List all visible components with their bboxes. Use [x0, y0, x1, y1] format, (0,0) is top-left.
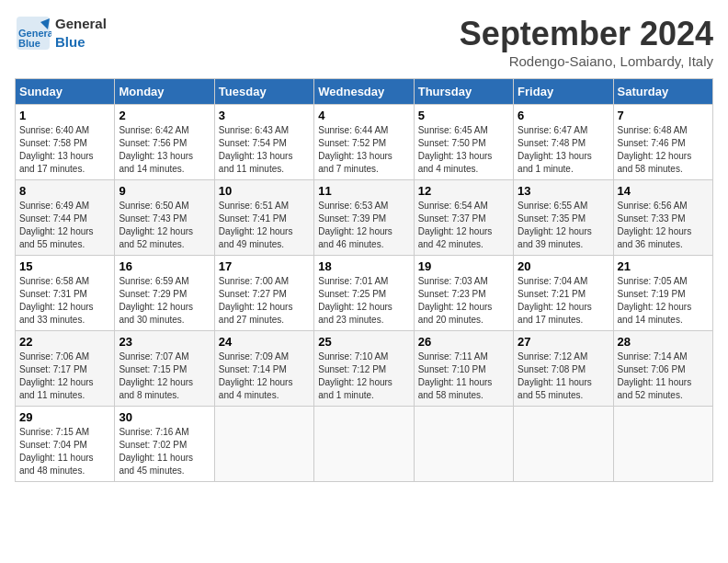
calendar-cell: 27Sunrise: 7:12 AM Sunset: 7:08 PM Dayli… — [514, 331, 613, 407]
logo: General Blue General Blue — [15, 15, 107, 52]
day-info: Sunrise: 6:59 AM Sunset: 7:29 PM Dayligh… — [119, 275, 210, 327]
day-info: Sunrise: 7:12 AM Sunset: 7:08 PM Dayligh… — [518, 350, 609, 402]
calendar-body: 1Sunrise: 6:40 AM Sunset: 7:58 PM Daylig… — [16, 105, 713, 482]
day-number: 13 — [518, 184, 609, 198]
day-info: Sunrise: 6:40 AM Sunset: 7:58 PM Dayligh… — [19, 124, 110, 176]
calendar-cell: 11Sunrise: 6:53 AM Sunset: 7:39 PM Dayli… — [314, 180, 414, 256]
calendar-cell: 24Sunrise: 7:09 AM Sunset: 7:14 PM Dayli… — [214, 331, 313, 407]
calendar-cell — [214, 407, 313, 482]
day-number: 9 — [119, 184, 210, 198]
location-title: Rodengo-Saiano, Lombardy, Italy — [460, 53, 713, 69]
calendar-cell: 6Sunrise: 6:47 AM Sunset: 7:48 PM Daylig… — [514, 105, 613, 180]
day-number: 24 — [219, 335, 310, 349]
day-info: Sunrise: 7:15 AM Sunset: 7:04 PM Dayligh… — [19, 426, 110, 477]
day-number: 1 — [19, 109, 110, 122]
calendar-cell: 9Sunrise: 6:50 AM Sunset: 7:43 PM Daylig… — [115, 180, 214, 256]
day-number: 7 — [618, 109, 709, 122]
calendar-cell — [613, 407, 712, 482]
calendar-cell: 29Sunrise: 7:15 AM Sunset: 7:04 PM Dayli… — [16, 407, 115, 482]
day-number: 14 — [618, 184, 709, 198]
calendar-cell: 21Sunrise: 7:05 AM Sunset: 7:19 PM Dayli… — [613, 256, 712, 331]
calendar-cell: 25Sunrise: 7:10 AM Sunset: 7:12 PM Dayli… — [314, 331, 414, 407]
day-info: Sunrise: 7:06 AM Sunset: 7:17 PM Dayligh… — [19, 350, 110, 402]
day-number: 8 — [19, 184, 110, 198]
day-number: 16 — [119, 259, 210, 273]
calendar-week-4: 22Sunrise: 7:06 AM Sunset: 7:17 PM Dayli… — [16, 331, 713, 407]
weekday-header-tuesday: Tuesday — [214, 79, 313, 105]
calendar-week-2: 8Sunrise: 6:49 AM Sunset: 7:44 PM Daylig… — [16, 180, 713, 256]
day-info: Sunrise: 6:48 AM Sunset: 7:46 PM Dayligh… — [618, 124, 709, 176]
weekday-header-thursday: Thursday — [414, 79, 513, 105]
day-info: Sunrise: 7:01 AM Sunset: 7:25 PM Dayligh… — [318, 275, 409, 327]
day-number: 25 — [318, 335, 409, 349]
day-number: 22 — [19, 335, 110, 349]
day-info: Sunrise: 6:55 AM Sunset: 7:35 PM Dayligh… — [518, 200, 609, 251]
calendar-cell: 10Sunrise: 6:51 AM Sunset: 7:41 PM Dayli… — [214, 180, 313, 256]
calendar-cell: 14Sunrise: 6:56 AM Sunset: 7:33 PM Dayli… — [613, 180, 712, 256]
weekday-header-monday: Monday — [115, 79, 214, 105]
day-info: Sunrise: 6:43 AM Sunset: 7:54 PM Dayligh… — [219, 124, 310, 176]
calendar-week-5: 29Sunrise: 7:15 AM Sunset: 7:04 PM Dayli… — [16, 407, 713, 482]
logo-line2: Blue — [55, 34, 85, 50]
calendar-cell: 8Sunrise: 6:49 AM Sunset: 7:44 PM Daylig… — [16, 180, 115, 256]
day-info: Sunrise: 6:45 AM Sunset: 7:50 PM Dayligh… — [418, 124, 509, 176]
day-number: 18 — [318, 259, 409, 273]
weekday-header-saturday: Saturday — [613, 79, 712, 105]
day-number: 6 — [518, 109, 609, 122]
calendar-cell: 19Sunrise: 7:03 AM Sunset: 7:23 PM Dayli… — [414, 256, 513, 331]
day-info: Sunrise: 7:16 AM Sunset: 7:02 PM Dayligh… — [119, 426, 210, 477]
day-info: Sunrise: 6:51 AM Sunset: 7:41 PM Dayligh… — [219, 200, 310, 251]
calendar-cell — [414, 407, 513, 482]
calendar-cell: 7Sunrise: 6:48 AM Sunset: 7:46 PM Daylig… — [613, 105, 712, 180]
day-info: Sunrise: 7:09 AM Sunset: 7:14 PM Dayligh… — [219, 350, 310, 402]
day-number: 4 — [318, 109, 409, 122]
calendar-cell: 23Sunrise: 7:07 AM Sunset: 7:15 PM Dayli… — [115, 331, 214, 407]
title-area: September 2024 Rodengo-Saiano, Lombardy,… — [460, 15, 713, 69]
calendar-cell: 18Sunrise: 7:01 AM Sunset: 7:25 PM Dayli… — [314, 256, 414, 331]
calendar-cell: 1Sunrise: 6:40 AM Sunset: 7:58 PM Daylig… — [16, 105, 115, 180]
day-number: 12 — [418, 184, 509, 198]
day-info: Sunrise: 7:00 AM Sunset: 7:27 PM Dayligh… — [219, 275, 310, 327]
weekday-header-wednesday: Wednesday — [314, 79, 414, 105]
day-number: 17 — [219, 259, 310, 273]
day-number: 28 — [618, 335, 709, 349]
calendar-cell: 13Sunrise: 6:55 AM Sunset: 7:35 PM Dayli… — [514, 180, 613, 256]
day-number: 30 — [119, 410, 210, 424]
weekday-header-row: SundayMondayTuesdayWednesdayThursdayFrid… — [16, 79, 713, 105]
day-info: Sunrise: 6:50 AM Sunset: 7:43 PM Dayligh… — [119, 200, 210, 251]
calendar-cell: 15Sunrise: 6:58 AM Sunset: 7:31 PM Dayli… — [16, 256, 115, 331]
logo-line1: General — [55, 16, 107, 31]
day-number: 21 — [618, 259, 709, 273]
day-number: 3 — [219, 109, 310, 122]
calendar-cell: 30Sunrise: 7:16 AM Sunset: 7:02 PM Dayli… — [115, 407, 214, 482]
calendar-cell — [314, 407, 414, 482]
day-number: 15 — [19, 259, 110, 273]
day-number: 23 — [119, 335, 210, 349]
weekday-header-sunday: Sunday — [16, 79, 115, 105]
day-number: 29 — [19, 410, 110, 424]
day-info: Sunrise: 7:05 AM Sunset: 7:19 PM Dayligh… — [618, 275, 709, 327]
day-info: Sunrise: 6:42 AM Sunset: 7:56 PM Dayligh… — [119, 124, 210, 176]
day-info: Sunrise: 6:44 AM Sunset: 7:52 PM Dayligh… — [318, 124, 409, 176]
calendar-cell: 17Sunrise: 7:00 AM Sunset: 7:27 PM Dayli… — [214, 256, 313, 331]
day-number: 19 — [418, 259, 509, 273]
day-info: Sunrise: 7:03 AM Sunset: 7:23 PM Dayligh… — [418, 275, 509, 327]
day-info: Sunrise: 7:04 AM Sunset: 7:21 PM Dayligh… — [518, 275, 609, 327]
calendar-cell: 3Sunrise: 6:43 AM Sunset: 7:54 PM Daylig… — [214, 105, 313, 180]
calendar-cell: 16Sunrise: 6:59 AM Sunset: 7:29 PM Dayli… — [115, 256, 214, 331]
day-number: 10 — [219, 184, 310, 198]
svg-text:Blue: Blue — [18, 38, 40, 49]
day-info: Sunrise: 6:54 AM Sunset: 7:37 PM Dayligh… — [418, 200, 509, 251]
day-number: 5 — [418, 109, 509, 122]
calendar-cell — [514, 407, 613, 482]
day-number: 27 — [518, 335, 609, 349]
day-info: Sunrise: 7:11 AM Sunset: 7:10 PM Dayligh… — [418, 350, 509, 402]
calendar-cell: 22Sunrise: 7:06 AM Sunset: 7:17 PM Dayli… — [16, 331, 115, 407]
day-info: Sunrise: 6:58 AM Sunset: 7:31 PM Dayligh… — [19, 275, 110, 327]
calendar-cell: 5Sunrise: 6:45 AM Sunset: 7:50 PM Daylig… — [414, 105, 513, 180]
month-title: September 2024 — [460, 15, 713, 53]
day-info: Sunrise: 6:47 AM Sunset: 7:48 PM Dayligh… — [518, 124, 609, 176]
calendar-week-3: 15Sunrise: 6:58 AM Sunset: 7:31 PM Dayli… — [16, 256, 713, 331]
calendar-cell: 20Sunrise: 7:04 AM Sunset: 7:21 PM Dayli… — [514, 256, 613, 331]
day-number: 26 — [418, 335, 509, 349]
